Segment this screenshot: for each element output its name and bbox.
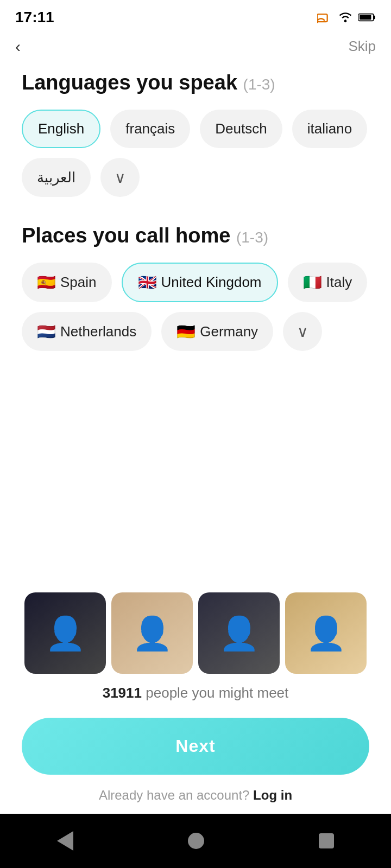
nav-home-button[interactable] [188, 833, 204, 849]
chip-germany[interactable]: 🇩🇪 Germany [161, 312, 273, 351]
avatar-4: 👤 [285, 592, 367, 674]
places-chips: 🇪🇸 Spain 🇬🇧 United Kingdom 🇮🇹 Italy 🇳🇱 N… [22, 263, 369, 351]
chevron-down-icon: ∨ [115, 169, 126, 187]
languages-more-button[interactable]: ∨ [100, 158, 140, 197]
battery-icon [358, 12, 376, 22]
status-icons [317, 11, 376, 23]
cast-icon [317, 11, 332, 23]
people-count: 31911 people you might meet [103, 685, 289, 701]
avatar-3: 👤 [198, 592, 280, 674]
chip-deutsch[interactable]: Deutsch [200, 110, 282, 148]
chip-uk[interactable]: 🇬🇧 United Kingdom [122, 263, 278, 302]
nav-back-button[interactable] [57, 831, 73, 851]
home-nav-icon [188, 833, 204, 849]
languages-title: Languages you speak (1-3) [22, 71, 369, 94]
login-prompt: Already have an account? Log in [99, 788, 292, 803]
chip-spain[interactable]: 🇪🇸 Spain [22, 263, 112, 302]
login-link[interactable]: Log in [253, 788, 292, 802]
next-button[interactable]: Next [22, 718, 369, 775]
status-time: 17:11 [15, 9, 54, 26]
status-bar: 17:11 [0, 0, 391, 33]
main-content: Languages you speak (1-3) English frança… [0, 60, 391, 351]
languages-section: Languages you speak (1-3) English frança… [22, 71, 369, 197]
nav-recent-button[interactable] [319, 833, 334, 848]
chip-english[interactable]: English [22, 110, 100, 148]
language-chips: English français Deutsch italiano العربي… [22, 110, 369, 197]
chip-italy[interactable]: 🇮🇹 Italy [288, 263, 368, 302]
places-title: Places you call home (1-3) [22, 224, 369, 247]
places-more-button[interactable]: ∨ [283, 312, 322, 351]
svg-point-2 [344, 20, 347, 23]
chip-arabic[interactable]: العربية [22, 158, 91, 197]
avatar-2: 👤 [111, 592, 193, 674]
chevron-down-icon: ∨ [297, 323, 308, 341]
chip-italiano[interactable]: italiano [292, 110, 367, 148]
places-section: Places you call home (1-3) 🇪🇸 Spain 🇬🇧 U… [22, 224, 369, 351]
wifi-icon [338, 11, 353, 23]
svg-rect-4 [374, 16, 375, 19]
nav-bar: ‹ Skip [0, 33, 391, 60]
bottom-area: 👤 👤 👤 👤 31911 people you might meet Next… [0, 592, 391, 803]
recent-nav-icon [319, 833, 334, 848]
avatar-1: 👤 [24, 592, 106, 674]
back-nav-icon [57, 831, 73, 851]
svg-rect-5 [360, 15, 371, 20]
avatars-row: 👤 👤 👤 👤 [24, 592, 367, 674]
back-button[interactable]: ‹ [15, 39, 21, 55]
chip-netherlands[interactable]: 🇳🇱 Netherlands [22, 312, 152, 351]
skip-button[interactable]: Skip [348, 38, 376, 55]
svg-rect-0 [317, 14, 327, 22]
bottom-nav [0, 814, 391, 868]
chip-francais[interactable]: français [110, 110, 190, 148]
svg-point-1 [317, 21, 318, 23]
